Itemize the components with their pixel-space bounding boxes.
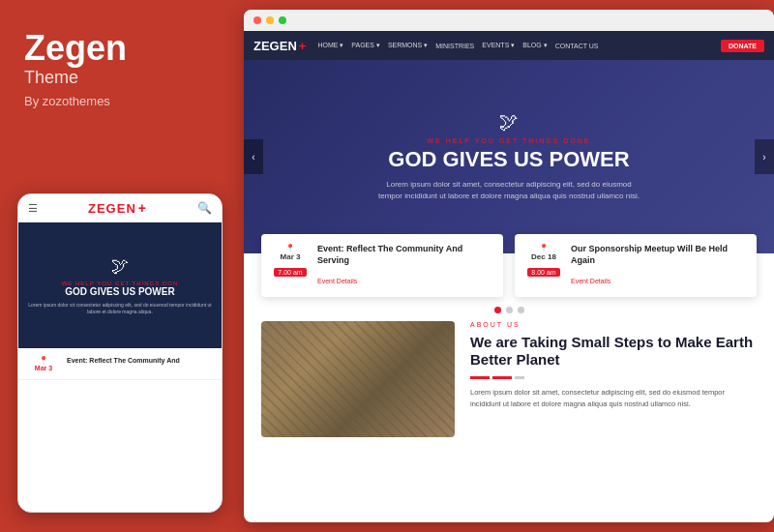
event-card-1: 📍 Mar 3 7.00 am Event: Reflect The Commu… bbox=[261, 234, 503, 297]
nav-sermons[interactable]: SERMONS ▾ bbox=[388, 42, 428, 49]
desktop-nav: ZEGEN + HOME ▾ PAGES ▾ SERMONS ▾ MINISTR… bbox=[244, 31, 774, 60]
mobile-event-date: 📍 Mar 3 bbox=[28, 356, 59, 371]
hero-content: 🕊 WE HELP YOU GET THINGS DONE GOD GIVES … bbox=[335, 111, 683, 202]
event-1-title: Event: Reflect The Community And Serving bbox=[317, 244, 491, 266]
event-2-time: 8.00 am bbox=[527, 268, 559, 277]
theme-subtitle: Theme bbox=[24, 68, 216, 88]
mobile-hero-title: GOD GIVES US POWER bbox=[65, 286, 174, 298]
desktop-title-bar bbox=[244, 10, 774, 31]
divider-red-2 bbox=[492, 376, 512, 379]
mobile-hero: 🕊 WE HELP YOU GET THINGS DON GOD GIVES U… bbox=[18, 222, 222, 348]
mobile-location-icon: 📍 bbox=[28, 356, 59, 365]
event-1-month: Mar 3 bbox=[273, 252, 308, 261]
event-2-month: Dec 18 bbox=[526, 252, 561, 261]
about-image bbox=[261, 321, 455, 437]
event-2-details-link[interactable]: Event Details bbox=[571, 278, 610, 284]
nav-events[interactable]: EVENTS ▾ bbox=[482, 42, 515, 49]
hero-desc: Lorem ipsum dolor sit amet, consectetur … bbox=[373, 179, 644, 202]
about-text: ABOUT US We are Taking Small Steps to Ma… bbox=[455, 321, 757, 437]
mobile-logo: ZEGEN+ bbox=[88, 200, 147, 216]
divider-grey bbox=[515, 376, 524, 379]
nav-items: HOME ▾ PAGES ▾ SERMONS ▾ MINISTRIES EVEN… bbox=[317, 42, 721, 49]
desktop-hero: 🕊 WE HELP YOU GET THINGS DONE GOD GIVES … bbox=[244, 60, 774, 253]
event-1-time: 7.00 am bbox=[274, 268, 306, 277]
slider-dots bbox=[244, 297, 774, 321]
divider-red bbox=[470, 376, 490, 379]
nav-ministries[interactable]: MINISTRIES bbox=[435, 43, 474, 49]
titlebar-red-dot bbox=[253, 16, 261, 24]
event-2-info: Our Sponsorship Meetup Will Be Held Agai… bbox=[571, 244, 745, 287]
dot-3[interactable] bbox=[518, 307, 524, 313]
mobile-mockup: ☰ ZEGEN+ 🔍 🕊 WE HELP YOU GET THINGS DON … bbox=[17, 193, 223, 513]
titlebar-green-dot bbox=[279, 16, 286, 24]
dot-2[interactable] bbox=[506, 307, 513, 313]
mobile-event-card: 📍 Mar 3 Event: Reflect The Community And bbox=[18, 348, 222, 380]
about-us-desc: Lorem ipsum dolor sit amet, consectetur … bbox=[470, 387, 757, 410]
mobile-dove-icon: 🕊 bbox=[111, 256, 129, 277]
desktop-logo: ZEGEN + bbox=[253, 39, 306, 53]
event-1-details-link[interactable]: Event Details bbox=[317, 278, 357, 284]
titlebar-yellow-dot bbox=[266, 16, 274, 24]
event-2-title: Our Sponsorship Meetup Will Be Held Agai… bbox=[571, 244, 745, 266]
donate-button[interactable]: DONATE bbox=[721, 40, 764, 52]
nav-home[interactable]: HOME ▾ bbox=[317, 42, 343, 49]
event-1-date: 📍 Mar 3 7.00 am bbox=[273, 244, 308, 279]
hero-prev-arrow[interactable]: ‹ bbox=[244, 139, 263, 174]
theme-by: By zozothemes bbox=[24, 94, 216, 108]
event-2-location-icon: 📍 bbox=[526, 244, 561, 252]
left-panel: Zegen Theme By zozothemes ☰ ZEGEN+ 🔍 🕊 W… bbox=[0, 0, 240, 532]
theme-title: Zegen bbox=[24, 29, 216, 68]
nav-contact[interactable]: CONTACT US bbox=[555, 43, 599, 49]
about-us-title: We are Taking Small Steps to Make Earth … bbox=[470, 334, 757, 369]
nav-pages[interactable]: PAGES ▾ bbox=[351, 42, 380, 49]
about-image-overlay bbox=[261, 321, 455, 437]
mobile-hero-desc: Lorem ipsum dolor sit consectetur adipis… bbox=[28, 302, 212, 314]
about-us-label: ABOUT US bbox=[470, 321, 757, 328]
hero-title: GOD GIVES US POWER bbox=[373, 148, 644, 171]
mobile-hamburger-icon: ☰ bbox=[28, 202, 38, 215]
event-1-location-icon: 📍 bbox=[273, 244, 308, 252]
hero-tagline: WE HELP YOU GET THINGS DONE bbox=[373, 137, 644, 144]
event-card-2: 📍 Dec 18 8.00 am Our Sponsorship Meetup … bbox=[515, 234, 757, 297]
mobile-search-icon: 🔍 bbox=[197, 201, 212, 215]
mobile-topbar: ☰ ZEGEN+ 🔍 bbox=[18, 194, 222, 222]
mobile-event-title: Event: Reflect The Community And bbox=[67, 356, 180, 365]
bottom-section: ABOUT US We are Taking Small Steps to Ma… bbox=[244, 321, 774, 437]
hero-next-arrow[interactable]: › bbox=[755, 139, 774, 174]
desktop-mockup: ZEGEN + HOME ▾ PAGES ▾ SERMONS ▾ MINISTR… bbox=[244, 10, 774, 522]
hero-dove-icon: 🕊 bbox=[373, 111, 644, 133]
nav-blog[interactable]: BLOG ▾ bbox=[522, 42, 547, 49]
events-row: 📍 Mar 3 7.00 am Event: Reflect The Commu… bbox=[244, 234, 774, 297]
event-2-date: 📍 Dec 18 8.00 am bbox=[526, 244, 561, 279]
dot-1[interactable] bbox=[494, 307, 501, 313]
about-us-divider bbox=[470, 376, 757, 379]
event-1-info: Event: Reflect The Community And Serving… bbox=[317, 244, 491, 287]
